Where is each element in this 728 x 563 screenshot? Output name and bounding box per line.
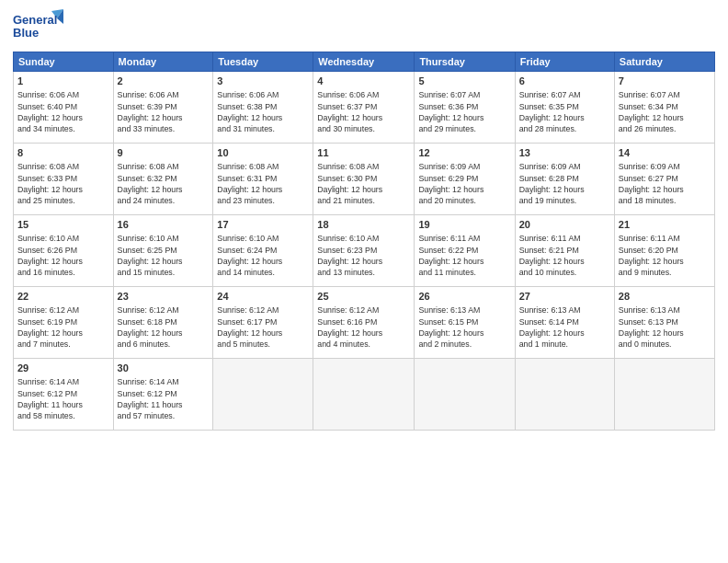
day-info: Sunrise: 6:12 AM Sunset: 6:16 PM Dayligh… (317, 304, 410, 350)
day-number: 13 (519, 146, 610, 160)
logo-icon: GeneralBlue (13, 9, 63, 44)
calendar-cell: 12Sunrise: 6:09 AM Sunset: 6:29 PM Dayli… (415, 144, 515, 215)
calendar-cell: 6Sunrise: 6:07 AM Sunset: 6:35 PM Daylig… (515, 72, 614, 144)
svg-text:Blue: Blue (13, 26, 39, 40)
calendar-cell: 16Sunrise: 6:10 AM Sunset: 6:25 PM Dayli… (113, 215, 213, 287)
day-number: 25 (317, 290, 410, 304)
calendar-week-row: 1Sunrise: 6:06 AM Sunset: 6:40 PM Daylig… (14, 72, 715, 144)
calendar-cell: 19Sunrise: 6:11 AM Sunset: 6:22 PM Dayli… (415, 215, 515, 287)
day-number: 2 (118, 75, 210, 88)
day-info: Sunrise: 6:06 AM Sunset: 6:38 PM Dayligh… (217, 89, 309, 134)
calendar-cell: 29Sunrise: 6:14 AM Sunset: 6:12 PM Dayli… (14, 359, 114, 431)
weekday-header: Friday (515, 52, 614, 72)
day-info: Sunrise: 6:09 AM Sunset: 6:28 PM Dayligh… (519, 161, 610, 206)
day-info: Sunrise: 6:12 AM Sunset: 6:18 PM Dayligh… (118, 304, 210, 350)
day-number: 18 (317, 218, 410, 232)
day-number: 20 (519, 218, 610, 232)
day-number: 11 (317, 146, 410, 160)
day-number: 24 (217, 290, 309, 304)
day-info: Sunrise: 6:08 AM Sunset: 6:31 PM Dayligh… (217, 161, 309, 206)
calendar-cell: 22Sunrise: 6:12 AM Sunset: 6:19 PM Dayli… (14, 287, 114, 359)
day-info: Sunrise: 6:09 AM Sunset: 6:27 PM Dayligh… (619, 161, 711, 206)
day-number: 29 (17, 362, 109, 375)
day-info: Sunrise: 6:13 AM Sunset: 6:14 PM Dayligh… (519, 304, 610, 350)
calendar-cell: 21Sunrise: 6:11 AM Sunset: 6:20 PM Dayli… (614, 215, 714, 287)
calendar-cell: 24Sunrise: 6:12 AM Sunset: 6:17 PM Dayli… (213, 287, 313, 359)
weekday-header: Thursday (415, 52, 515, 72)
calendar-cell: 17Sunrise: 6:10 AM Sunset: 6:24 PM Dayli… (213, 215, 313, 287)
logo: GeneralBlue (13, 9, 63, 44)
calendar-week-row: 15Sunrise: 6:10 AM Sunset: 6:26 PM Dayli… (14, 215, 715, 287)
day-info: Sunrise: 6:10 AM Sunset: 6:25 PM Dayligh… (118, 233, 210, 278)
day-number: 12 (418, 146, 510, 160)
day-number: 16 (118, 218, 210, 232)
day-number: 10 (217, 146, 309, 160)
weekday-header: Tuesday (213, 52, 313, 72)
calendar-cell: 3Sunrise: 6:06 AM Sunset: 6:38 PM Daylig… (213, 72, 313, 144)
day-info: Sunrise: 6:08 AM Sunset: 6:30 PM Dayligh… (317, 161, 410, 206)
day-info: Sunrise: 6:08 AM Sunset: 6:32 PM Dayligh… (118, 161, 210, 206)
day-info: Sunrise: 6:06 AM Sunset: 6:37 PM Dayligh… (317, 89, 410, 134)
weekday-header: Sunday (14, 52, 114, 72)
calendar-cell: 26Sunrise: 6:13 AM Sunset: 6:15 PM Dayli… (415, 287, 515, 359)
calendar-cell: 14Sunrise: 6:09 AM Sunset: 6:27 PM Dayli… (614, 144, 714, 215)
day-number: 22 (17, 290, 109, 304)
calendar-cell: 30Sunrise: 6:14 AM Sunset: 6:12 PM Dayli… (113, 359, 213, 431)
calendar-cell: 9Sunrise: 6:08 AM Sunset: 6:32 PM Daylig… (113, 144, 213, 215)
day-info: Sunrise: 6:11 AM Sunset: 6:21 PM Dayligh… (519, 233, 610, 278)
day-number: 5 (418, 75, 510, 88)
calendar-cell (515, 359, 614, 431)
day-number: 28 (619, 290, 711, 304)
weekday-header: Monday (113, 52, 213, 72)
header: GeneralBlue (13, 9, 715, 44)
day-number: 27 (519, 290, 610, 304)
day-info: Sunrise: 6:07 AM Sunset: 6:34 PM Dayligh… (619, 89, 711, 134)
calendar-cell (415, 359, 515, 431)
day-info: Sunrise: 6:12 AM Sunset: 6:19 PM Dayligh… (17, 304, 109, 350)
day-info: Sunrise: 6:11 AM Sunset: 6:20 PM Dayligh… (619, 233, 711, 278)
day-info: Sunrise: 6:09 AM Sunset: 6:29 PM Dayligh… (418, 161, 510, 206)
calendar-cell: 4Sunrise: 6:06 AM Sunset: 6:37 PM Daylig… (313, 72, 415, 144)
calendar-cell (313, 359, 415, 431)
calendar-cell: 18Sunrise: 6:10 AM Sunset: 6:23 PM Dayli… (313, 215, 415, 287)
day-info: Sunrise: 6:12 AM Sunset: 6:17 PM Dayligh… (217, 304, 309, 350)
day-info: Sunrise: 6:11 AM Sunset: 6:22 PM Dayligh… (418, 233, 510, 278)
calendar-week-row: 8Sunrise: 6:08 AM Sunset: 6:33 PM Daylig… (14, 144, 715, 215)
calendar-cell: 5Sunrise: 6:07 AM Sunset: 6:36 PM Daylig… (415, 72, 515, 144)
day-info: Sunrise: 6:13 AM Sunset: 6:15 PM Dayligh… (418, 304, 510, 350)
day-info: Sunrise: 6:13 AM Sunset: 6:13 PM Dayligh… (619, 304, 711, 350)
calendar-cell: 15Sunrise: 6:10 AM Sunset: 6:26 PM Dayli… (14, 215, 114, 287)
day-number: 3 (217, 75, 309, 88)
calendar-cell: 25Sunrise: 6:12 AM Sunset: 6:16 PM Dayli… (313, 287, 415, 359)
day-number: 14 (619, 146, 711, 160)
day-info: Sunrise: 6:10 AM Sunset: 6:23 PM Dayligh… (317, 233, 410, 278)
weekday-header: Wednesday (313, 52, 415, 72)
page: GeneralBlue SundayMondayTuesdayWednesday… (0, 0, 728, 563)
svg-text:General: General (13, 13, 57, 27)
day-number: 4 (317, 75, 410, 88)
day-number: 7 (619, 75, 711, 88)
calendar-cell: 8Sunrise: 6:08 AM Sunset: 6:33 PM Daylig… (14, 144, 114, 215)
calendar-week-row: 29Sunrise: 6:14 AM Sunset: 6:12 PM Dayli… (14, 359, 715, 431)
day-number: 17 (217, 218, 309, 232)
calendar-cell: 7Sunrise: 6:07 AM Sunset: 6:34 PM Daylig… (614, 72, 714, 144)
calendar-header-row: SundayMondayTuesdayWednesdayThursdayFrid… (14, 52, 715, 72)
calendar-cell: 27Sunrise: 6:13 AM Sunset: 6:14 PM Dayli… (515, 287, 614, 359)
day-info: Sunrise: 6:10 AM Sunset: 6:26 PM Dayligh… (17, 233, 109, 278)
day-number: 1 (17, 75, 109, 88)
calendar-table: SundayMondayTuesdayWednesdayThursdayFrid… (13, 52, 715, 431)
calendar-cell (213, 359, 313, 431)
day-number: 26 (418, 290, 510, 304)
day-info: Sunrise: 6:08 AM Sunset: 6:33 PM Dayligh… (17, 161, 109, 206)
calendar-cell: 13Sunrise: 6:09 AM Sunset: 6:28 PM Dayli… (515, 144, 614, 215)
day-info: Sunrise: 6:14 AM Sunset: 6:12 PM Dayligh… (17, 376, 109, 421)
day-number: 19 (418, 218, 510, 232)
day-info: Sunrise: 6:06 AM Sunset: 6:40 PM Dayligh… (17, 89, 109, 134)
day-number: 30 (118, 362, 210, 375)
day-info: Sunrise: 6:07 AM Sunset: 6:36 PM Dayligh… (418, 89, 510, 134)
day-number: 15 (17, 218, 109, 232)
calendar-cell: 20Sunrise: 6:11 AM Sunset: 6:21 PM Dayli… (515, 215, 614, 287)
day-number: 6 (519, 75, 610, 88)
calendar-cell (614, 359, 714, 431)
calendar-cell: 1Sunrise: 6:06 AM Sunset: 6:40 PM Daylig… (14, 72, 114, 144)
